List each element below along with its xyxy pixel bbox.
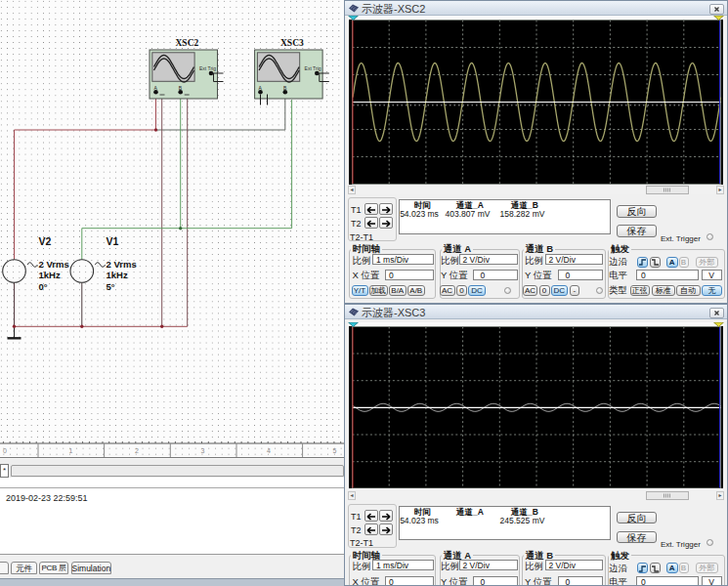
svg-text:5°: 5° [107, 281, 115, 292]
svg-text:V1: V1 [107, 235, 119, 247]
svg-text:1kHz: 1kHz [39, 270, 61, 280]
svg-text:Ext Trig: Ext Trig [199, 65, 216, 71]
svg-text:3: 3 [201, 447, 205, 454]
svg-text:2 Vrms: 2 Vrms [107, 259, 137, 270]
svg-text:XSC3: XSC3 [280, 38, 304, 48]
svg-text:2 Vrms: 2 Vrms [39, 259, 69, 270]
svg-text:XSC2: XSC2 [176, 38, 199, 48]
svg-text:0: 0 [3, 447, 7, 454]
svg-text:Ext Trig: Ext Trig [305, 65, 321, 71]
svg-text:2: 2 [135, 447, 139, 454]
svg-text:4: 4 [267, 447, 271, 454]
svg-text:5: 5 [333, 447, 337, 454]
svg-text:V2: V2 [39, 235, 52, 247]
svg-text:1: 1 [69, 447, 73, 454]
svg-text:0°: 0° [39, 281, 48, 292]
svg-text:1kHz: 1kHz [107, 270, 128, 280]
